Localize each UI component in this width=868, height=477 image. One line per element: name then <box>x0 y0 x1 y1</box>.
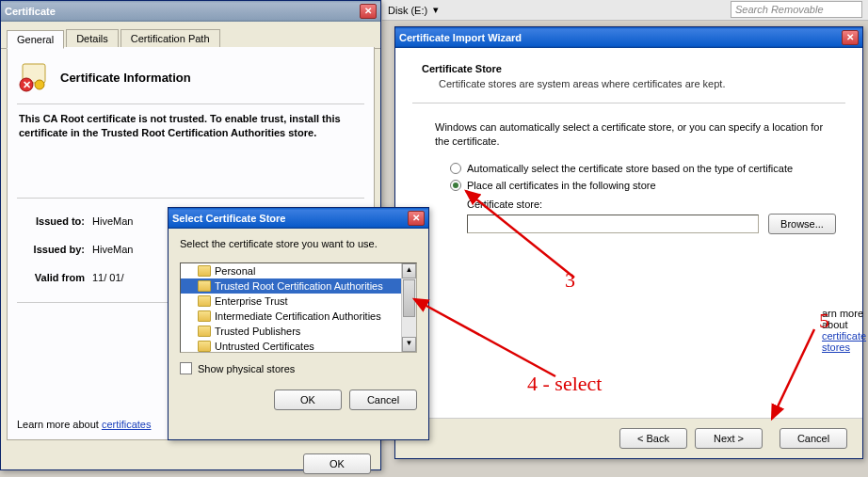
tab-details[interactable]: Details <box>66 29 119 48</box>
scroll-thumb[interactable] <box>403 279 415 317</box>
cert-tabs: General Details Certification Path <box>1 24 380 49</box>
tree-scrollbar[interactable]: ▲ ▼ <box>401 263 416 352</box>
folder-icon <box>198 295 211 307</box>
wizard-title: Certificate Import Wizard <box>399 32 522 43</box>
cert-ok-button[interactable]: OK <box>303 453 371 474</box>
certificate-stores-link[interactable]: certificate stores <box>822 330 866 353</box>
tree-item-intermediate[interactable]: Intermediate Certification Authorities <box>181 309 401 324</box>
issued-to-label: Issued to: <box>17 215 92 227</box>
svg-text:✕: ✕ <box>23 79 31 90</box>
wizard-intro: Windows can automatically select a certi… <box>435 120 836 150</box>
tree-item-trusted-publishers[interactable]: Trusted Publishers <box>181 324 401 339</box>
svg-point-3 <box>35 80 44 89</box>
cert-button-row: OK <box>1 446 380 477</box>
valid-from-value: 11/ 01/ <box>92 272 124 283</box>
certificate-warning-icon: ✕ <box>17 60 51 94</box>
wizard-body: Certificate Store Certificate stores are… <box>395 48 862 419</box>
folder-icon <box>198 265 211 277</box>
folder-icon <box>198 280 211 292</box>
learn-prefix: arn more about <box>822 308 863 330</box>
learn-more-prefix: Learn more about <box>17 419 102 430</box>
certificates-link[interactable]: certificates <box>102 419 152 430</box>
scroll-down-icon[interactable]: ▼ <box>402 337 416 352</box>
dropdown-icon[interactable]: ▾ <box>433 4 439 16</box>
scroll-up-icon[interactable]: ▲ <box>402 263 416 278</box>
close-icon[interactable]: ✕ <box>360 4 377 19</box>
issued-to-value: HiveMan <box>92 215 133 227</box>
next-button[interactable]: Next > <box>695 428 763 449</box>
close-icon[interactable]: ✕ <box>842 30 859 45</box>
radio-place-all[interactable] <box>450 180 461 191</box>
select-store-cancel-button[interactable]: Cancel <box>349 390 417 410</box>
browse-button[interactable]: Browse... <box>768 214 836 234</box>
select-store-prompt: Select the certificate store you want to… <box>180 238 417 249</box>
wizard-section-desc: Certificate stores are system areas wher… <box>439 78 836 89</box>
certificate-store-input[interactable] <box>467 215 759 233</box>
wizard-footer: < Back Next > Cancel <box>395 419 862 458</box>
show-physical-checkbox[interactable] <box>180 362 192 374</box>
select-store-titlebar[interactable]: Select Certificate Store ✕ <box>169 208 428 229</box>
folder-icon <box>198 341 211 352</box>
select-store-dialog: Select Certificate Store ✕ Select the ce… <box>168 207 429 440</box>
valid-from-label: Valid from <box>17 272 92 283</box>
certificate-store-tree[interactable]: Personal Trusted Root Certification Auth… <box>180 262 417 353</box>
tab-certification-path[interactable]: Certification Path <box>121 29 220 48</box>
folder-icon <box>198 326 211 337</box>
select-store-ok-button[interactable]: OK <box>274 390 342 410</box>
issued-by-value: HiveMan <box>92 244 133 255</box>
window-title: Certificate <box>5 6 56 17</box>
radio-auto-label[interactable]: Automatically select the certificate sto… <box>467 163 793 174</box>
show-physical-label[interactable]: Show physical stores <box>198 363 295 374</box>
search-box[interactable]: Search Removable <box>731 1 862 18</box>
import-wizard-window: Certificate Import Wizard ✕ Certificate … <box>394 26 863 459</box>
tree-item-trusted-root[interactable]: Trusted Root Certification Authorities <box>181 278 401 294</box>
wizard-titlebar[interactable]: Certificate Import Wizard ✕ <box>395 27 862 48</box>
tab-general[interactable]: General <box>7 30 64 49</box>
tree-item-personal[interactable]: Personal <box>181 263 401 278</box>
close-icon[interactable]: ✕ <box>408 211 425 226</box>
folder-icon <box>198 310 211 322</box>
select-store-title: Select Certificate Store <box>172 213 285 224</box>
store-label: Certificate store: <box>467 199 836 210</box>
disk-label: Disk (E:) <box>388 5 427 16</box>
search-placeholder: Search Removable <box>735 4 824 15</box>
certificate-titlebar[interactable]: Certificate ✕ <box>1 1 380 22</box>
cancel-button[interactable]: Cancel <box>780 428 847 449</box>
radio-auto-select[interactable] <box>450 163 461 174</box>
radio-place-label[interactable]: Place all certificates in the following … <box>467 180 656 191</box>
tree-item-untrusted[interactable]: Untrusted Certificates <box>181 339 401 352</box>
cert-warning-text: This CA Root certificate is not trusted.… <box>19 112 359 141</box>
tree-item-enterprise-trust[interactable]: Enterprise Trust <box>181 294 401 309</box>
cert-info-heading: Certificate Information <box>60 71 191 85</box>
issued-by-label: Issued by: <box>17 244 92 255</box>
back-button[interactable]: < Back <box>619 428 687 449</box>
wizard-section-title: Certificate Store <box>422 63 836 74</box>
